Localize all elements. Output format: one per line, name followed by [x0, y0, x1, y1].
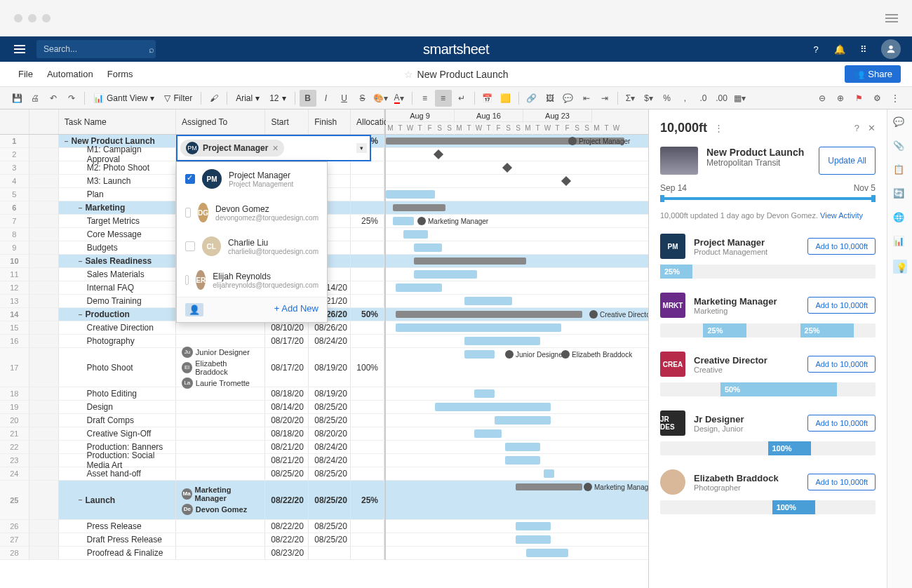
gantt-bar[interactable] [403, 230, 428, 239]
gantt-bar[interactable] [393, 204, 445, 211]
row-handle[interactable] [29, 308, 59, 321]
start-cell[interactable]: 08/21/20 [265, 441, 309, 453]
menu-file[interactable]: File [11, 69, 40, 79]
assignee-chip[interactable]: PM Project Manager × [180, 140, 284, 156]
decimal-dec-icon[interactable]: .0 [695, 90, 712, 107]
gantt-bar[interactable] [505, 456, 540, 465]
contacts-icon[interactable]: 👤 [185, 303, 203, 316]
row-handle[interactable] [29, 161, 59, 174]
gantt-row[interactable] [386, 401, 648, 414]
undo-icon[interactable]: ↶ [45, 90, 62, 107]
start-cell[interactable]: 08/22/20 [265, 520, 309, 533]
task-cell[interactable]: Draft Press Release [59, 533, 176, 546]
assigned-cell[interactable] [176, 533, 265, 546]
row-number[interactable]: 25 [0, 481, 29, 519]
alloc-cell[interactable] [351, 533, 384, 546]
alloc-cell[interactable] [351, 467, 384, 480]
maximize-dot[interactable] [42, 14, 51, 22]
start-cell[interactable]: 08/17/20 [265, 348, 309, 387]
row-handle[interactable] [29, 387, 59, 400]
add-to-10000ft-button[interactable]: Add to 10,000ft [807, 238, 876, 255]
task-cell[interactable]: Sales Materials [59, 268, 176, 281]
search-input[interactable] [43, 44, 149, 54]
align-center-icon[interactable]: ≡ [435, 90, 452, 107]
row-handle[interactable] [29, 348, 59, 387]
text-color-icon[interactable]: A▾ [391, 90, 408, 107]
finish-cell[interactable]: 08/19/20 [309, 387, 351, 400]
gantt-row[interactable] [386, 228, 648, 241]
help-icon[interactable]: ? [810, 43, 822, 55]
start-cell[interactable]: 08/25/20 [265, 467, 309, 480]
col-assigned-header[interactable]: Assigned To [176, 109, 265, 134]
rail-update-icon[interactable]: 🔄 [893, 188, 907, 202]
row-handle[interactable] [29, 255, 59, 267]
row-handle[interactable] [29, 188, 59, 201]
search-box[interactable]: ⌕ [36, 40, 156, 58]
date-icon[interactable]: 📅 [479, 90, 496, 107]
currency-icon[interactable]: $▾ [641, 90, 657, 107]
alloc-cell[interactable] [351, 295, 384, 307]
gantt-bar[interactable] [516, 483, 582, 490]
row-handle[interactable] [29, 295, 59, 307]
task-cell[interactable]: Asset hand-off [59, 467, 176, 480]
start-cell[interactable]: 08/23/20 [265, 547, 309, 559]
row-number[interactable]: 16 [0, 335, 29, 347]
decimal-inc-icon[interactable]: .00 [713, 90, 730, 107]
row-handle[interactable] [29, 481, 59, 519]
gantt-row[interactable] [386, 441, 648, 454]
minimize-dot[interactable] [28, 14, 36, 22]
task-cell[interactable]: −Sales Readiness [59, 255, 176, 267]
assigned-cell[interactable] [176, 454, 265, 467]
option-checkbox[interactable] [185, 208, 191, 218]
gantt-row[interactable] [386, 520, 648, 533]
gantt-bar[interactable] [464, 337, 540, 345]
table-row[interactable]: 28 Proofread & Finalize 08/23/20 [0, 547, 384, 560]
gantt-row[interactable] [386, 335, 648, 348]
table-row[interactable]: 23 Production: Social Media Art 08/21/20… [0, 454, 384, 467]
start-cell[interactable]: 08/20/20 [265, 414, 309, 427]
row-number[interactable]: 5 [0, 188, 29, 201]
gantt-row[interactable] [386, 427, 648, 441]
row-handle[interactable] [29, 268, 59, 281]
row-number[interactable]: 26 [0, 520, 29, 533]
alloc-cell[interactable] [351, 281, 384, 294]
strike-icon[interactable]: S [354, 90, 371, 107]
task-cell[interactable]: Creative Sign-Off [59, 427, 176, 440]
assigned-cell[interactable] [176, 427, 265, 440]
collapse-icon[interactable]: − [79, 311, 83, 319]
gantt-bar[interactable] [396, 323, 561, 332]
task-cell[interactable]: Demo Training [59, 295, 176, 307]
row-handle[interactable] [29, 201, 59, 214]
rail-proof-icon[interactable]: 📋 [893, 164, 907, 178]
assigned-cell[interactable] [176, 414, 265, 427]
row-number[interactable]: 1 [0, 135, 29, 147]
dropdown-option[interactable]: PM Project ManagerProject Management [177, 162, 327, 196]
gantt-bar[interactable] [396, 283, 442, 292]
row-handle[interactable] [29, 335, 59, 347]
alloc-cell[interactable] [351, 387, 384, 400]
add-to-10000ft-button[interactable]: Add to 10,000ft [807, 356, 876, 373]
indent-in-icon[interactable]: ⇥ [596, 90, 613, 107]
assigned-cell[interactable]: JuJunior DesignerElElizabeth BraddockLaL… [176, 348, 265, 387]
gantt-bar[interactable] [526, 549, 568, 557]
gantt-row[interactable]: Marketing Manager [386, 215, 648, 228]
alloc-cell[interactable] [351, 201, 384, 214]
row-number[interactable]: 20 [0, 414, 29, 427]
option-checkbox[interactable] [185, 241, 195, 251]
task-cell[interactable]: Proofread & Finalize [59, 547, 176, 559]
table-row[interactable]: 20 Draft Comps 08/20/20 08/25/20 [0, 414, 384, 427]
table-row[interactable]: 24 Asset hand-off 08/25/20 08/25/20 [0, 467, 384, 481]
assigned-cell[interactable] [176, 335, 265, 347]
redo-icon[interactable]: ↷ [63, 90, 80, 107]
dropdown-option[interactable]: DG Devon Gomezdevongomez@torquedesign.co… [177, 196, 327, 229]
task-cell[interactable]: M3: Launch [59, 175, 176, 187]
collapse-icon[interactable]: − [65, 138, 69, 145]
alloc-cell[interactable] [351, 241, 384, 254]
table-row[interactable]: 26 Press Release 08/22/20 08/25/20 [0, 520, 384, 533]
collapse-icon[interactable]: − [79, 496, 83, 504]
add-to-10000ft-button[interactable]: Add to 10,000ft [807, 415, 876, 432]
cell-dropdown-arrow[interactable]: ▾ [356, 143, 367, 153]
task-cell[interactable]: Plan [59, 188, 176, 201]
task-cell[interactable]: −Production [59, 308, 176, 321]
row-handle[interactable] [29, 241, 59, 254]
